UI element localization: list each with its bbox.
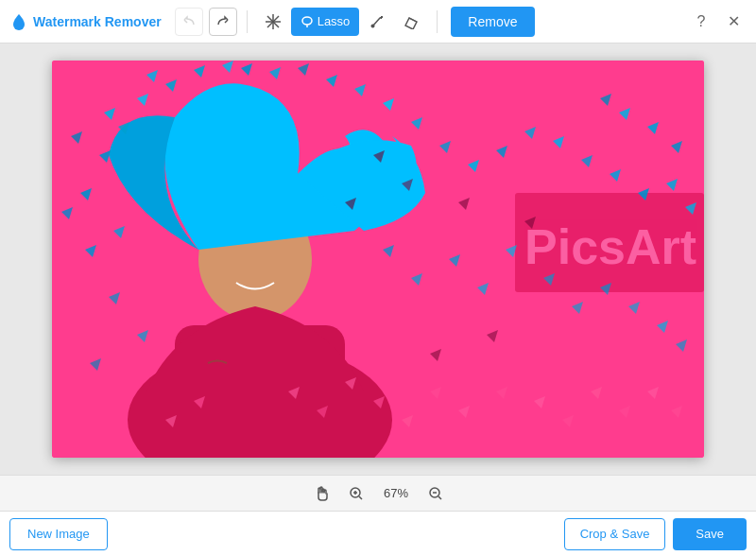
svg-marker-7	[405, 18, 417, 29]
save-button[interactable]: Save	[673, 518, 747, 550]
app-logo: Watermark Remover	[9, 12, 162, 31]
zoom-value: 67%	[377, 486, 415, 500]
divider-1	[247, 10, 248, 33]
brush-tool-button[interactable]	[361, 8, 393, 36]
status-bar: 67%	[0, 475, 756, 511]
crop-save-button[interactable]: Crop & Save	[564, 518, 666, 550]
zoom-out-button[interactable]	[424, 482, 447, 505]
new-image-button[interactable]: New Image	[9, 518, 108, 550]
main-image[interactable]: PicsArt	[52, 61, 704, 458]
svg-point-4	[302, 17, 312, 25]
footer: New Image Crop & Save Save	[0, 511, 756, 556]
app-logo-icon	[9, 12, 28, 31]
eraser-tool-button[interactable]	[395, 8, 427, 36]
tool-group: Lasso	[257, 8, 428, 36]
svg-point-6	[371, 24, 375, 27]
svg-line-8	[409, 18, 417, 22]
redo-button[interactable]	[209, 8, 237, 36]
zoom-in-button[interactable]	[345, 482, 368, 505]
svg-text:PicsArt: PicsArt	[524, 219, 696, 274]
image-canvas: PicsArt	[52, 61, 704, 458]
toolbar: Watermark Remover	[0, 0, 756, 43]
remove-button[interactable]: Remove	[451, 7, 534, 37]
lasso-label: Lasso	[318, 14, 351, 28]
undo-button[interactable]	[175, 8, 203, 36]
hand-tool-button[interactable]	[309, 480, 335, 507]
image-container: PicsArt	[52, 61, 704, 458]
svg-line-90	[359, 496, 362, 499]
svg-line-93	[438, 496, 441, 499]
canvas-area: PicsArt	[0, 43, 756, 475]
lasso-tool-button[interactable]: Lasso	[291, 8, 360, 36]
close-button[interactable]: ✕	[720, 9, 747, 35]
help-button[interactable]: ?	[688, 9, 714, 35]
app-title: Watermark Remover	[33, 14, 162, 29]
magic-tool-button[interactable]	[257, 8, 289, 36]
divider-2	[437, 10, 438, 33]
